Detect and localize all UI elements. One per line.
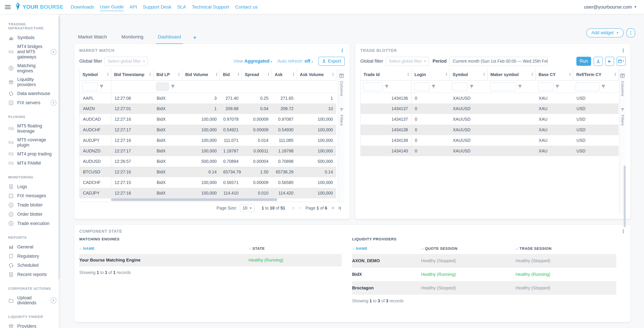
table-row[interactable]: AUDUSD12:26:57BidX500,0000.708940.000040…	[80, 156, 336, 167]
sidebar-item-mt4-prop-trading[interactable]: MT4 prop trading	[0, 150, 60, 159]
sidebar-item-trade-execution[interactable]: $Trade execution	[0, 219, 60, 228]
table-row[interactable]: AAPL12:27:06BidX3271.400.25271.651	[80, 93, 336, 104]
table-row[interactable]: 14341370XAUUSDXAUUSD	[360, 114, 618, 124]
sort-header-quote-session[interactable]: ↓↑ QUOTE SESSION	[421, 246, 516, 251]
table-row[interactable]: AUDCHF12:27:17BidX100,0000.549210.000090…	[80, 124, 336, 135]
column-header-symbol[interactable]: Symbol⋮	[450, 69, 488, 80]
table-row[interactable]: Broctagon Healthy (Stopped) Healthy (Sto…	[352, 281, 616, 295]
hamburger-menu-icon[interactable]	[5, 5, 10, 9]
sidebar-item-mt5-floating-leverage[interactable]: MT5 floating leverage	[0, 122, 60, 136]
first-page-button[interactable]: |<	[292, 206, 295, 210]
filter-icon[interactable]	[518, 85, 522, 88]
sidebar-item-mt5-coverage-plugin[interactable]: MT5 coverage plugin	[0, 136, 60, 150]
filters-panel-toggle[interactable]: Filters	[620, 106, 625, 126]
widget-kebab-menu-icon[interactable]: ⋮	[621, 229, 626, 234]
nav-link-user-guide[interactable]: User Guide	[100, 3, 124, 11]
schedule-button[interactable]: ▼	[617, 57, 626, 66]
add-widget-button[interactable]: Add widget ▼	[586, 28, 624, 38]
filter-icon[interactable]	[432, 85, 436, 88]
sort-header-state[interactable]: ↓↑ STATE	[248, 246, 342, 251]
filter-icon[interactable]	[556, 85, 559, 88]
column-menu-icon[interactable]: ⋮	[568, 72, 572, 77]
column-header-spread[interactable]: Spread⋮	[242, 69, 272, 80]
column-menu-icon[interactable]: ⋮	[406, 72, 410, 77]
sidebar-item-order-blotter[interactable]: $Order blotter	[0, 210, 60, 219]
column-header-maker-symbol[interactable]: Maker symbol⋮	[488, 69, 536, 80]
table-row[interactable]: 14341370XAUUSDXAUUSD	[360, 104, 618, 114]
column-menu-icon[interactable]: ⋮	[613, 72, 617, 77]
table-row[interactable]: AUDCAD12:27:16BidX100,0000.970780.000090…	[80, 114, 336, 124]
add-icon[interactable]: +	[51, 298, 56, 303]
widget-kebab-menu-icon[interactable]: ⋮	[621, 48, 626, 53]
sidebar-item-mt4-pamm[interactable]: MT4 PAMM	[0, 159, 60, 168]
column-header-ask-volume[interactable]: Ask Volume⋮	[297, 69, 336, 80]
nav-link-sla[interactable]: SLA	[177, 3, 186, 11]
run-button[interactable]: Run	[576, 57, 591, 66]
auto-refresh-dropdown[interactable]: Auto refresh: off ▾	[278, 58, 313, 64]
nav-link-downloads[interactable]: Downloads	[71, 3, 94, 11]
nav-link-support-desk[interactable]: Support Desk	[143, 3, 171, 11]
sidebar-item-mt4-bridges-and-mt5-gateways[interactable]: MT4 bridges and MT5 gateways+	[0, 42, 60, 61]
sidebar-item-scheduled[interactable]: Scheduled	[0, 261, 60, 270]
filters-panel-toggle[interactable]: Filters	[339, 106, 344, 126]
sidebar-item-fix-messages[interactable]: iFIX messages	[0, 191, 60, 200]
sidebar-item-upload-dividends[interactable]: Upload dividends+	[0, 294, 60, 307]
column-menu-icon[interactable]: ⋮	[148, 72, 152, 77]
global-filter-select[interactable]: Select global filter ▾	[386, 57, 429, 66]
table-row[interactable]: 14341400XAUUSDXAUUSD	[360, 146, 618, 156]
sort-header-name[interactable]: ↓↑ NAME	[352, 246, 421, 251]
view-mode-dropdown[interactable]: View Aggregated ▾	[234, 58, 272, 64]
column-header-bid-volume[interactable]: Bid Volume⋮	[182, 69, 220, 80]
sidebar-item-fix-servers[interactable]: SFIX servers+	[0, 98, 60, 108]
sidebar-item-logs[interactable]: Logs	[0, 182, 60, 191]
sidebar-item-recent-reports[interactable]: Recent reports	[0, 270, 60, 279]
horizontal-scrollbar-thumb[interactable]	[111, 198, 277, 201]
column-menu-icon[interactable]: ⋮	[530, 72, 534, 77]
columns-panel-toggle[interactable]: Columns	[620, 72, 625, 96]
column-header-symbol[interactable]: Symbol⋮	[80, 69, 111, 80]
sidebar-item-liquidity-providers[interactable]: Liquidity providers	[0, 75, 60, 89]
filter-input-symbol[interactable]	[82, 82, 98, 91]
filter-icon[interactable]	[171, 85, 175, 88]
filter-input-maker-symbol[interactable]	[490, 82, 516, 91]
table-row[interactable]: BTCUSD12:27:16BidX0.1465734.791.5065736.…	[80, 167, 336, 177]
column-menu-icon[interactable]: ⋮	[292, 72, 296, 77]
filter-icon[interactable]	[602, 85, 605, 88]
column-header-base-cy[interactable]: Base CY⋮	[536, 69, 573, 80]
column-menu-icon[interactable]: ⋮	[482, 72, 486, 77]
sort-header-name[interactable]: ↓↑ NAME	[79, 246, 248, 251]
filter-input-trade-id[interactable]	[363, 82, 383, 91]
table-row[interactable]: AXON_DEMO Healthy (Stopped) Healthy (Sto…	[352, 254, 616, 268]
export-button[interactable]: Export	[318, 57, 345, 66]
column-menu-icon[interactable]: ⋮	[267, 72, 270, 77]
add-icon[interactable]: +	[51, 100, 56, 106]
global-filter-select[interactable]: Select global filter ▾	[104, 57, 148, 66]
column-header-bid[interactable]: Bid⋮	[220, 69, 242, 80]
column-header-trade-id[interactable]: Trade Id⋮	[360, 69, 412, 80]
column-menu-icon[interactable]: ⋮	[106, 72, 110, 77]
widget-kebab-menu-icon[interactable]: ⋮	[340, 48, 344, 53]
sidebar-item-general[interactable]: General	[0, 242, 60, 252]
period-input[interactable]: Current month (Sun 1st Feb 00:00 — Wed 2…	[449, 57, 548, 66]
vertical-scrollbar-thumb[interactable]	[624, 166, 626, 227]
sidebar-item-providers[interactable]: Providers	[0, 322, 60, 328]
table-row[interactable]: 14341360XAUUSDXAUUSD	[360, 93, 618, 104]
filter-input-base-cy[interactable]	[538, 82, 554, 91]
add-tab-button[interactable]: +	[193, 34, 197, 44]
column-header-ref-term-cy[interactable]: Ref/Term CY⋮	[573, 69, 618, 80]
nav-link-contact-us[interactable]: Contact us	[235, 3, 258, 11]
nav-link-api[interactable]: API	[130, 3, 137, 11]
table-row[interactable]: AMZN12:27:01BidX1209.680.04209.7210	[80, 104, 336, 114]
table-row[interactable]: CADJPY12:27:16BidX100,000114.4100.010114…	[80, 188, 336, 198]
filter-icon[interactable]	[100, 85, 104, 88]
page-size-select[interactable]: 10 ▼	[240, 204, 254, 212]
filter-input-bid-lp[interactable]	[156, 82, 169, 91]
nav-link-technical-support[interactable]: Technical Support	[192, 3, 230, 11]
table-row[interactable]: 14341380XAUUSDXAUUSD	[360, 124, 618, 135]
column-menu-icon[interactable]: ⋮	[444, 72, 448, 77]
sidebar-scrollbar-thumb[interactable]	[58, 16, 60, 280]
column-header-ask[interactable]: Ask⋮	[272, 69, 297, 80]
filter-input-symbol[interactable]	[452, 82, 468, 91]
column-menu-icon[interactable]: ⋮	[215, 72, 218, 77]
column-header-bid-lp[interactable]: Bid LP⋮	[154, 69, 182, 80]
